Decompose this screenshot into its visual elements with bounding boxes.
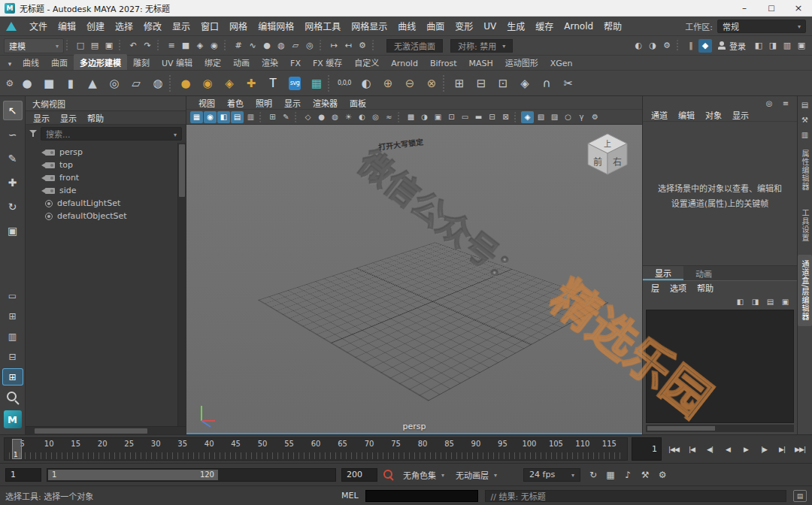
combine-icon[interactable]: ⊞ [449, 73, 470, 94]
shelf-icon[interactable] [443, 75, 448, 92]
layer-editor-menu-item[interactable]: 帮助 [692, 282, 719, 294]
minimize-icon[interactable] [731, 0, 758, 16]
animation-layer-select[interactable]: 无动画层 [453, 469, 500, 481]
shadows-icon[interactable]: ◐ [356, 111, 368, 123]
layout-single-pane-button[interactable]: ▭ [3, 288, 23, 304]
range-slider[interactable]: 1 120 [47, 468, 336, 482]
playhead[interactable]: 1 [12, 439, 22, 459]
undo-icon[interactable]: ↶ [126, 39, 140, 53]
layout-hypershade-persp-button[interactable]: ⊟ [3, 349, 23, 364]
sidebar-attribute-editor-icon[interactable]: ▤ [800, 99, 810, 110]
ipr-render-icon[interactable]: ◑ [646, 39, 659, 53]
outliner-menu-item[interactable]: 显示 [29, 112, 54, 124]
paint-select-tool[interactable]: ✎ [3, 149, 23, 168]
active-surface-field[interactable]: 无激活曲面 [386, 39, 443, 53]
menubar-item[interactable]: 曲面 [421, 20, 450, 32]
shelf-tab[interactable]: Bifrost [424, 56, 463, 70]
shelf-tab[interactable]: 自定义 [348, 54, 385, 70]
menubar-item[interactable]: 文件 [24, 20, 53, 32]
channel-box-menu-item[interactable]: 显示 [727, 109, 754, 121]
menubar-item[interactable]: 编辑 [53, 20, 81, 32]
toggle-ui-right-icon[interactable]: ◨ [766, 39, 780, 53]
grease-pencil-icon[interactable]: ✎ [280, 111, 292, 123]
channel-box-menu-item[interactable]: 通道 [646, 109, 673, 121]
select-hierarchy-icon[interactable]: ≡ [165, 39, 178, 53]
bookmarks-icon[interactable]: ▤ [231, 111, 244, 123]
status-icon[interactable] [157, 40, 162, 52]
shelf-tab[interactable]: 运动图形 [499, 54, 544, 70]
extrude-icon[interactable]: ⊡ [492, 73, 514, 94]
viewport-toolbar-icon[interactable] [259, 112, 264, 122]
viewport-menu-item[interactable]: 显示 [278, 97, 307, 109]
workspace-select[interactable]: 常规 [717, 20, 806, 33]
menubar-item[interactable]: 窗口 [195, 20, 224, 32]
snap-to-origin-icon[interactable]: 0,0,0 [334, 73, 355, 94]
camera-attributes-icon[interactable]: ◧ [217, 111, 230, 123]
toggle-single-pane-icon[interactable]: ▣ [795, 39, 808, 53]
save-scene-icon[interactable]: ▣ [102, 39, 116, 53]
shelf-tab[interactable]: UV 编辑 [156, 54, 198, 70]
boolean-intersection-icon[interactable]: ⊗ [421, 73, 442, 94]
viewport-toolbar-icon[interactable] [398, 112, 402, 122]
boolean-difference-icon[interactable]: ⊖ [399, 73, 420, 94]
mirror-icon[interactable]: ◐ [356, 73, 377, 94]
menubar-item[interactable]: 缓存 [530, 20, 559, 32]
poly-plane-icon[interactable]: ▱ [126, 73, 147, 94]
layer-editor-tab[interactable]: 显示 [643, 266, 683, 280]
play-backwards-button[interactable]: ◀ [720, 437, 736, 461]
render-current-frame-icon[interactable]: ◐ [632, 39, 645, 53]
poly-cylinder-icon[interactable]: ▮ [60, 73, 81, 94]
zoom-tool-icon[interactable] [5, 389, 21, 406]
shelf-tab[interactable]: 曲线 [17, 54, 45, 70]
filter-icon[interactable] [29, 130, 37, 138]
new-scene-icon[interactable]: □ [74, 39, 87, 53]
evaluation-toolkit-icon[interactable]: ⚒ [638, 467, 653, 482]
bridge-icon[interactable]: ∩ [536, 73, 557, 94]
close-icon[interactable] [785, 0, 812, 16]
sidebar-tool-settings-icon[interactable]: ⚒ [800, 114, 810, 125]
make-live-icon[interactable]: ◎ [303, 39, 317, 53]
outliner-menu-item[interactable]: 帮助 [83, 112, 108, 124]
rotate-tool[interactable]: ↻ [3, 197, 23, 216]
outliner-horizontal-scrollbar[interactable] [26, 426, 186, 434]
menubar-item[interactable]: 创建 [81, 20, 110, 32]
menu-set-select[interactable]: 建模 [4, 38, 64, 53]
2d-pan-zoom-icon[interactable]: ⊞ [266, 111, 279, 123]
shelf-tab[interactable]: XGen [544, 56, 579, 70]
shelf-tab[interactable]: 曲面 [45, 54, 74, 70]
animation-start-field[interactable]: 1 [5, 468, 41, 482]
mute-audio-icon[interactable]: ♪ [620, 467, 635, 482]
sidebar-channel-box-icon[interactable]: ▥ [800, 129, 810, 140]
svg-tool-icon[interactable]: svg [284, 73, 305, 94]
menubar-item[interactable]: 帮助 [598, 20, 627, 32]
viewport-menu-item[interactable]: 视图 [192, 97, 221, 109]
snap-grid-icon[interactable]: # [232, 39, 245, 53]
snap-projection-icon[interactable]: ◍ [274, 39, 288, 53]
time-editor-icon[interactable]: ▦ [603, 467, 618, 482]
fps-select[interactable]: 24 fps [523, 468, 580, 482]
character-set-select[interactable]: 无角色集 [400, 469, 447, 481]
select-object-icon[interactable]: ■ [179, 39, 192, 53]
sidebar-tab[interactable]: 通道盒/层编辑器 [798, 255, 812, 326]
grab-sculpt-icon[interactable]: ◈ [219, 73, 240, 94]
channel-box-menu-item[interactable]: 编辑 [673, 109, 700, 121]
status-icon[interactable] [677, 40, 681, 52]
layout-persp-outliner-button[interactable]: ▥ [3, 328, 23, 344]
highlight-selection-icon[interactable]: ◈ [521, 111, 534, 123]
multi-cut-icon[interactable]: ✂ [558, 73, 579, 94]
menubar-item[interactable]: 曲线 [392, 20, 421, 32]
motion-blur-icon[interactable]: ≈ [383, 111, 395, 123]
shelf-tab[interactable]: 绑定 [198, 54, 227, 70]
lasso-select-tool[interactable]: ∽ [3, 125, 23, 144]
depth-of-field-icon[interactable]: ◑ [418, 111, 431, 123]
text-tool-icon[interactable]: T [262, 73, 283, 94]
pause-evaluation-icon[interactable]: ‖ [684, 39, 698, 53]
select-tool[interactable]: ↖ [3, 101, 23, 120]
isolate-select-icon[interactable]: ▣ [432, 111, 444, 123]
viewport-settings-icon[interactable]: ⚙ [589, 111, 601, 123]
outliner-item[interactable]: defaultLightSet [32, 197, 177, 210]
new-display-layer-icon[interactable]: ▤ [765, 296, 776, 307]
snap-point-icon[interactable]: ● [260, 39, 274, 53]
outliner-vertical-scrollbar[interactable] [177, 143, 186, 426]
textured-icon[interactable]: ◍ [329, 111, 341, 123]
